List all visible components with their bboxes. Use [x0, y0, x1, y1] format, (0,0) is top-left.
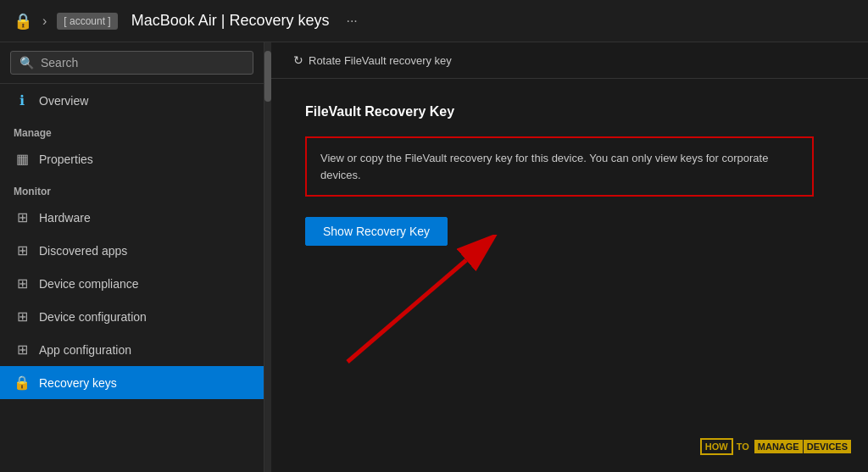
sidebar-item-overview[interactable]: ℹ Overview: [0, 84, 264, 117]
search-container: 🔍 Search: [0, 42, 264, 84]
sidebar-item-label: Overview: [39, 94, 88, 108]
search-input[interactable]: 🔍 Search: [10, 51, 253, 75]
watermark: HOW TO MANAGE DEVICES: [700, 438, 851, 455]
device-compliance-icon: ⊞: [14, 275, 31, 292]
recovery-keys-icon: 🔒: [14, 375, 31, 391]
sidebar-item-discovered-apps[interactable]: ⊞ Discovered apps: [0, 234, 264, 267]
watermark-devices: DEVICES: [804, 440, 851, 453]
sidebar-item-label: Hardware: [39, 211, 91, 225]
sidebar-item-label: Properties: [39, 153, 93, 166]
lock-icon: 🔒: [14, 12, 32, 31]
rotate-label: Rotate FileVault recovery key: [309, 54, 452, 67]
sidebar-item-label: Device configuration: [39, 310, 147, 324]
sidebar-item-label: App configuration: [39, 343, 131, 357]
manage-section-label: Manage: [0, 117, 264, 142]
nav-arrow: ›: [42, 14, 47, 29]
search-icon: 🔍: [19, 56, 34, 69]
sidebar-item-label: Recovery keys: [39, 376, 117, 390]
sidebar-item-device-configuration[interactable]: ⊞ Device configuration: [0, 300, 264, 333]
main-content: ↻ Rotate FileVault recovery key FileVaul…: [271, 42, 868, 472]
account-label: [ account ]: [57, 13, 117, 30]
app-configuration-icon: ⊞: [14, 342, 31, 358]
sidebar-nav: ℹ Overview Manage ▦ Properties Monitor ⊞…: [0, 84, 264, 472]
show-recovery-key-button[interactable]: Show Recovery Key: [305, 217, 448, 246]
sidebar-item-app-configuration[interactable]: ⊞ App configuration: [0, 333, 264, 366]
search-placeholder: Search: [41, 56, 78, 69]
watermark-to: TO: [735, 440, 751, 453]
monitor-section-label: Monitor: [0, 175, 264, 201]
more-options-button[interactable]: ···: [346, 14, 357, 29]
sidebar-item-label: Device compliance: [39, 277, 139, 291]
sidebar: 🔍 Search ℹ Overview Manage ▦ Properties …: [0, 42, 264, 472]
arrow-annotation: [322, 235, 509, 370]
properties-icon: ▦: [14, 151, 31, 167]
watermark-manage: MANAGE: [754, 440, 803, 453]
sidebar-item-label: Discovered apps: [39, 244, 127, 258]
watermark-how: HOW: [700, 438, 733, 455]
toolbar: ↻ Rotate FileVault recovery key: [271, 42, 868, 79]
sidebar-item-device-compliance[interactable]: ⊞ Device compliance: [0, 267, 264, 300]
info-box-text: View or copy the FileVault recovery key …: [320, 152, 768, 181]
discovered-apps-icon: ⊞: [14, 242, 31, 258]
sidebar-item-recovery-keys[interactable]: 🔒 Recovery keys: [0, 366, 264, 399]
device-configuration-icon: ⊞: [14, 308, 31, 325]
header: 🔒 › [ account ] MacBook Air | Recovery k…: [0, 0, 868, 42]
sidebar-item-properties[interactable]: ▦ Properties: [0, 142, 264, 175]
scroll-thumb[interactable]: [264, 51, 271, 102]
info-box: View or copy the FileVault recovery key …: [305, 136, 814, 197]
rotate-icon: ↻: [293, 53, 303, 67]
rotate-filevault-button[interactable]: ↻ Rotate FileVault recovery key: [285, 49, 460, 71]
section-title: FileVault Recovery Key: [305, 104, 834, 119]
scroll-track[interactable]: [264, 42, 271, 472]
sidebar-item-hardware[interactable]: ⊞ Hardware: [0, 201, 264, 234]
content-area: FileVault Recovery Key View or copy the …: [271, 79, 868, 472]
info-icon: ℹ: [14, 92, 31, 108]
svg-line-1: [348, 260, 466, 362]
hardware-icon: ⊞: [14, 209, 31, 225]
body: 🔍 Search ℹ Overview Manage ▦ Properties …: [0, 42, 868, 472]
page-title: MacBook Air | Recovery keys: [131, 12, 330, 30]
